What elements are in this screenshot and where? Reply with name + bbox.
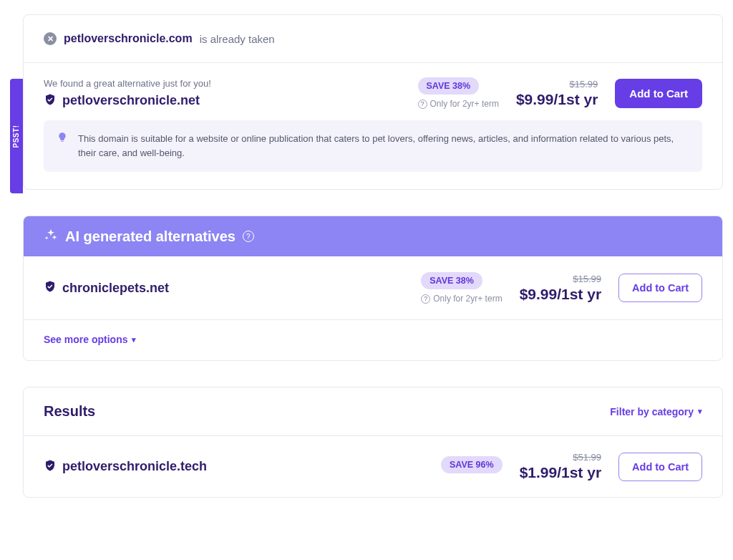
results-title: Results — [44, 403, 95, 420]
old-price: $15.99 — [520, 274, 601, 284]
description-text: This domain is suitable for a website or… — [78, 132, 689, 160]
add-to-cart-button[interactable]: Add to Cart — [615, 79, 702, 108]
new-price: $9.99/1st yr — [520, 286, 601, 303]
add-to-cart-button[interactable]: Add to Cart — [618, 453, 702, 481]
result-row: petloverschronicle.tech SAVE 96% $51.99 … — [24, 436, 722, 497]
term-note: ? Only for 2yr+ term — [418, 99, 499, 109]
see-more-row: See more options ▾ — [24, 320, 722, 360]
ai-header: AI generated alternatives ? — [24, 216, 722, 256]
filter-by-category-button[interactable]: Filter by category ▾ — [610, 406, 702, 417]
save-badge: SAVE 38% — [421, 272, 482, 289]
add-to-cart-button[interactable]: Add to Cart — [618, 274, 702, 302]
ai-item-row: chroniclepets.net SAVE 38% ? Only for 2y… — [24, 256, 722, 320]
shield-check-icon — [44, 459, 57, 475]
question-icon[interactable]: ? — [418, 100, 427, 109]
save-badge: SAVE 38% — [418, 77, 480, 95]
question-icon[interactable]: ? — [421, 294, 430, 304]
taken-domain: petloverschronicle.com — [64, 32, 193, 45]
shield-check-icon — [44, 280, 57, 296]
new-price: $1.99/1st yr — [520, 464, 601, 481]
result-domain: petloverschronicle.tech — [62, 459, 207, 474]
results-card: Results Filter by category ▾ petloversch… — [23, 387, 723, 498]
taken-row: ✕ petloverschronicle.com is already take… — [24, 15, 722, 63]
ai-alternatives-card: AI generated alternatives ? chroniclepet… — [23, 216, 723, 361]
unavailable-icon: ✕ — [44, 32, 57, 45]
alternative-row: We found a great alternative just for yo… — [24, 63, 722, 120]
ai-item-domain: chroniclepets.net — [62, 281, 169, 296]
shield-check-icon — [44, 93, 57, 109]
alternative-domain: petloverschronicle.net — [62, 93, 200, 108]
chevron-down-icon: ▾ — [698, 407, 702, 416]
old-price: $15.99 — [516, 79, 598, 90]
new-price: $9.99/1st yr — [516, 91, 598, 108]
taken-card: ✕ petloverschronicle.com is already take… — [23, 14, 723, 190]
psst-label: PSST! — [13, 125, 21, 148]
taken-suffix: is already taken — [200, 33, 275, 45]
psst-side-tab[interactable]: PSST! — [10, 79, 23, 193]
old-price: $51.99 — [520, 452, 601, 463]
sparkle-icon — [44, 228, 58, 245]
chevron-down-icon: ▾ — [132, 335, 136, 344]
term-note: ? Only for 2yr+ term — [421, 294, 502, 304]
results-header: Results Filter by category ▾ — [24, 387, 722, 436]
lightbulb-icon — [57, 132, 68, 146]
ai-header-title: AI generated alternatives — [65, 228, 236, 245]
see-more-button[interactable]: See more options ▾ — [44, 334, 136, 345]
description-box: This domain is suitable for a website or… — [44, 120, 702, 172]
question-icon[interactable]: ? — [243, 231, 254, 242]
alternative-found-text: We found a great alternative just for yo… — [44, 78, 401, 89]
save-badge: SAVE 96% — [441, 456, 503, 473]
